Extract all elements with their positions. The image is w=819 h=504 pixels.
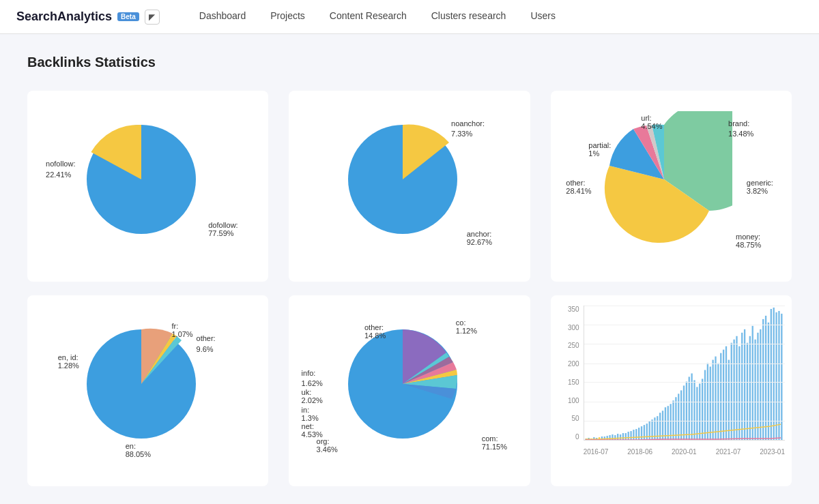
uk-label: uk:2.02%: [302, 388, 323, 404]
dofollow-label: dofollow:77.59%: [208, 221, 238, 237]
nav-users[interactable]: Users: [518, 0, 568, 34]
chart-follow-type: nofollow:22.41% dofollow:77.59%: [27, 91, 268, 282]
y-label-100: 100: [568, 397, 579, 404]
x-label-2020: 2020-01: [672, 448, 697, 456]
y-label-350: 350: [568, 306, 579, 313]
nav-projects[interactable]: Projects: [258, 0, 317, 34]
info-label: info:1.62%: [302, 369, 323, 387]
y-label-50: 50: [572, 415, 579, 422]
y-label-250: 250: [568, 342, 579, 349]
y-label-300: 300: [568, 324, 579, 331]
chart-language: other:9.6% fr:1.07% en, id:1.28% en:88.0…: [27, 295, 268, 486]
nav-dashboard[interactable]: Dashboard: [187, 0, 259, 34]
chart-tld: other:14.8% co:1.12% info:1.62% uk:2.02%…: [289, 295, 530, 486]
brand-logo: SearchAnalytics Beta ◤: [16, 10, 160, 25]
in-label: in:1.3%: [302, 406, 319, 422]
nofollow-label: nofollow:22.41%: [46, 160, 75, 178]
generic-label: generic:3.82%: [747, 179, 773, 195]
collapse-icon[interactable]: ◤: [145, 10, 160, 25]
chart-anchor-type: noanchor:7.33% anchor:92.67%: [289, 91, 530, 282]
nav-clusters-research[interactable]: Clusters research: [419, 0, 519, 34]
other-anchor-label: other:28.41%: [566, 179, 591, 195]
nav-links: Dashboard Projects Content Research Clus…: [187, 0, 568, 34]
beta-badge: Beta: [117, 12, 139, 21]
main-content: Backlinks Statistics nofollow:22.41% dof…: [0, 34, 819, 504]
nav-content-research[interactable]: Content Research: [317, 0, 419, 34]
x-label-2016: 2016-07: [584, 448, 609, 456]
brand-name: SearchAnalytics: [16, 10, 112, 24]
y-label-150: 150: [568, 379, 579, 386]
y-label-0: 0: [575, 433, 579, 441]
money-label: money:48.75%: [736, 233, 761, 249]
charts-grid: nofollow:22.41% dofollow:77.59% noanchor…: [27, 91, 792, 486]
chart-anchor-category: brand:13.48% url:4.54% partial:1% other:…: [551, 91, 792, 282]
net-label: net:4.53%: [302, 422, 323, 439]
com-label: com:71.15%: [482, 434, 507, 451]
navigation: SearchAnalytics Beta ◤ Dashboard Project…: [0, 0, 819, 34]
y-label-200: 200: [568, 360, 579, 368]
x-label-2018: 2018-06: [627, 448, 652, 456]
x-label-2021: 2021-07: [716, 448, 741, 456]
page-title: Backlinks Statistics: [27, 55, 792, 70]
x-label-2023: 2023-01: [760, 448, 785, 456]
chart-backlinks-time: 350 300 250 200 150 100 50 0: [551, 295, 792, 486]
